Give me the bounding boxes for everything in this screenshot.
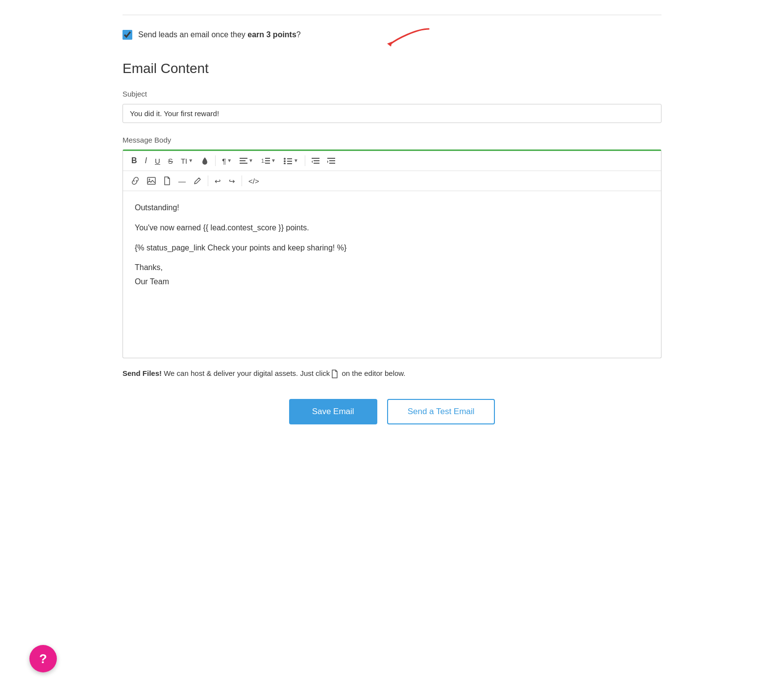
toolbar-row2: — ↩ ↪ </> bbox=[123, 171, 661, 191]
buttons-row: Save Email Send a Test Email bbox=[122, 399, 662, 424]
editor-content-area[interactable]: Outstanding! You've now earned {{ lead.c… bbox=[123, 191, 661, 358]
underline-button[interactable]: U bbox=[151, 155, 164, 167]
checkbox-row: Send leads an email once they earn 3 poi… bbox=[122, 29, 662, 41]
pencil-button[interactable] bbox=[190, 174, 205, 187]
top-divider bbox=[122, 15, 662, 15]
outdent-button[interactable] bbox=[308, 155, 323, 167]
indent-icon bbox=[327, 157, 335, 164]
svg-rect-14 bbox=[312, 158, 319, 159]
paragraph-button[interactable]: ¶ ▼ bbox=[219, 155, 235, 167]
toolbar-row1: B I U S TI ▼ ¶ ▼ ▼ 1. bbox=[123, 151, 661, 171]
svg-rect-2 bbox=[240, 160, 245, 161]
editor-line-1: Outstanding! bbox=[135, 201, 649, 215]
droplet-icon bbox=[201, 156, 209, 165]
color-button[interactable] bbox=[197, 154, 212, 168]
rich-text-editor: B I U S TI ▼ ¶ ▼ ▼ 1. bbox=[122, 149, 662, 358]
svg-rect-12 bbox=[287, 161, 292, 162]
arrow-svg bbox=[387, 24, 431, 49]
svg-marker-0 bbox=[387, 42, 392, 47]
file-icon bbox=[164, 176, 171, 185]
editor-line-2: You've now earned {{ lead.contest_score … bbox=[135, 221, 649, 235]
unordered-list-icon bbox=[284, 157, 293, 164]
italic-button[interactable]: I bbox=[142, 154, 150, 167]
svg-rect-3 bbox=[240, 163, 247, 164]
send-test-email-button[interactable]: Send a Test Email bbox=[387, 399, 495, 424]
indent-button[interactable] bbox=[324, 155, 339, 167]
svg-rect-6 bbox=[265, 160, 270, 161]
send-files-bold: Send Files! bbox=[122, 369, 162, 377]
link-icon bbox=[131, 177, 139, 185]
message-body-label: Message Body bbox=[122, 135, 662, 146]
page-container: Send leads an email once they earn 3 poi… bbox=[103, 0, 681, 473]
svg-rect-13 bbox=[287, 163, 292, 164]
svg-text:1.: 1. bbox=[261, 158, 266, 164]
svg-rect-11 bbox=[287, 158, 292, 159]
subject-input[interactable] bbox=[122, 104, 662, 123]
image-icon bbox=[147, 177, 156, 185]
svg-rect-22 bbox=[147, 177, 155, 184]
svg-rect-5 bbox=[265, 158, 270, 159]
toolbar-divider-4 bbox=[242, 175, 242, 186]
ordered-list-icon: 1. bbox=[261, 157, 270, 164]
svg-rect-15 bbox=[314, 160, 319, 161]
subject-label: Subject bbox=[122, 89, 662, 100]
ordered-list-button[interactable]: 1. ▼ bbox=[258, 155, 279, 167]
align-icon bbox=[240, 157, 247, 164]
arrow-annotation bbox=[387, 24, 431, 49]
svg-marker-17 bbox=[312, 160, 313, 163]
svg-point-10 bbox=[284, 163, 286, 164]
svg-point-8 bbox=[284, 158, 286, 160]
file-button[interactable] bbox=[160, 174, 174, 188]
horizontal-rule-button[interactable]: — bbox=[175, 175, 189, 187]
svg-marker-21 bbox=[327, 160, 328, 163]
align-button[interactable]: ▼ bbox=[236, 155, 257, 167]
svg-rect-1 bbox=[240, 158, 247, 159]
unordered-list-button[interactable]: ▼ bbox=[280, 155, 302, 167]
svg-rect-16 bbox=[314, 163, 319, 164]
svg-rect-7 bbox=[265, 163, 270, 164]
email-content-title: Email Content bbox=[122, 58, 662, 79]
source-button[interactable]: </> bbox=[245, 175, 263, 187]
checkbox-label: Send leads an email once they earn 3 poi… bbox=[138, 29, 301, 41]
inline-file-icon bbox=[331, 370, 339, 378]
svg-rect-19 bbox=[329, 160, 335, 161]
strikethrough-button[interactable]: S bbox=[165, 155, 176, 167]
svg-rect-18 bbox=[327, 158, 335, 159]
toolbar-divider-3 bbox=[208, 175, 208, 186]
font-size-button[interactable]: TI ▼ bbox=[177, 155, 196, 167]
svg-point-9 bbox=[284, 160, 286, 162]
undo-button[interactable]: ↩ bbox=[211, 175, 224, 187]
send-email-checkbox[interactable] bbox=[122, 30, 132, 40]
editor-line-3: {% status_page_link Check your points an… bbox=[135, 241, 649, 255]
outdent-icon bbox=[312, 157, 319, 164]
toolbar-divider-1 bbox=[215, 155, 216, 166]
image-button[interactable] bbox=[144, 174, 159, 187]
link-button[interactable] bbox=[128, 174, 143, 187]
pencil-icon bbox=[194, 177, 201, 185]
toolbar-divider-2 bbox=[305, 155, 305, 166]
send-files-end: on the editor below. bbox=[340, 369, 405, 377]
svg-rect-20 bbox=[329, 163, 335, 164]
editor-line-4: Thanks,Our Team bbox=[135, 261, 649, 289]
send-files-note: Send Files! We can host & deliver your d… bbox=[122, 368, 662, 379]
redo-button[interactable]: ↪ bbox=[225, 175, 239, 187]
bold-button[interactable]: B bbox=[128, 154, 141, 167]
send-files-text: We can host & deliver your digital asset… bbox=[162, 369, 330, 377]
save-email-button[interactable]: Save Email bbox=[289, 399, 377, 424]
svg-point-23 bbox=[149, 179, 150, 180]
